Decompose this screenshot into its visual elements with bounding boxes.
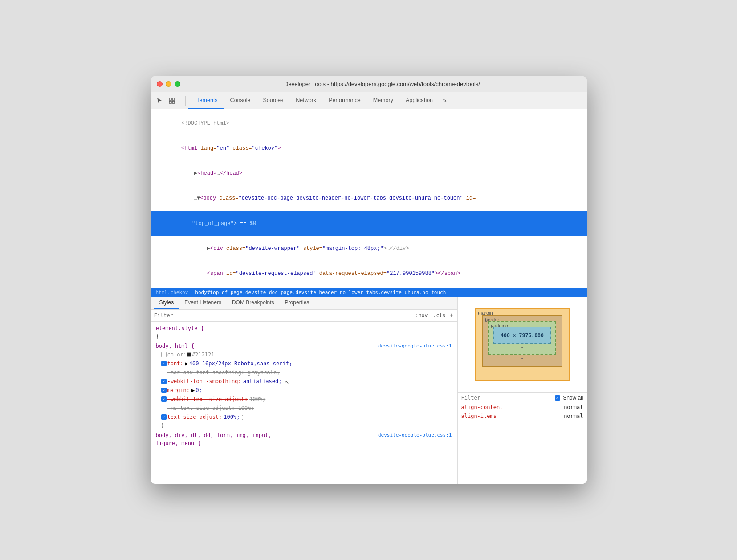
color-val: #212121; xyxy=(192,351,218,359)
body-class-val: "devsite-doc-page devsite-header-no-lowe… xyxy=(239,195,463,201)
more-tabs-button[interactable]: » xyxy=(439,92,450,109)
devtools-toolbar: Elements Console Sources Network Perform… xyxy=(151,92,587,109)
tab-elements[interactable]: Elements xyxy=(188,92,224,109)
text-size-checkbox[interactable]: ✓ xyxy=(161,414,167,420)
breadcrumb-row: html.chekov body#top_of_page.devsite-doc… xyxy=(151,288,587,297)
close-button[interactable] xyxy=(157,81,163,87)
computed-prop-0: align-content xyxy=(461,403,564,411)
font-checkbox[interactable]: ✓ xyxy=(161,361,167,366)
span-close: ></span> xyxy=(435,270,460,277)
body-div-selector2: figure, menu { xyxy=(156,439,452,447)
padding-dash-bottom: - xyxy=(493,344,551,350)
dom-line-html: <html lang="en" class="chekov"> xyxy=(151,136,587,161)
svg-rect-2 xyxy=(169,101,171,103)
selector-text: element.style { xyxy=(156,325,204,331)
css-source-1[interactable]: devsite-google-blue.css:1 xyxy=(378,342,452,350)
maximize-button[interactable] xyxy=(175,81,180,87)
svg-rect-1 xyxy=(172,98,175,100)
content-size: 400 × 7975.080 xyxy=(501,332,544,339)
tab-console[interactable]: Console xyxy=(224,92,257,109)
devtools-menu-button[interactable]: ⋮ xyxy=(573,95,583,106)
tab-sources[interactable]: Sources xyxy=(257,92,289,109)
margin-checkbox[interactable]: ✓ xyxy=(161,388,167,393)
tab-memory[interactable]: Memory xyxy=(367,92,399,109)
tab-application[interactable]: Application xyxy=(399,92,439,109)
styles-filter-bar: :hov .cls + xyxy=(151,310,457,322)
dom-line-body-id: "top_of_page"> == $0 xyxy=(151,211,587,236)
div-class-val: "devsite-wrapper" xyxy=(245,245,300,252)
color-prop: color: xyxy=(167,351,187,359)
element-style-selector: element.style { xyxy=(156,324,452,332)
cursor-icon[interactable] xyxy=(154,95,165,106)
body-class-attr: class= xyxy=(219,195,238,201)
div-style-val: "margin-top: 48px;" xyxy=(322,245,383,252)
show-all-checkbox[interactable]: ✓ xyxy=(555,395,560,401)
body-div-selector-line: body, div, dl, dd, form, img, input, dev… xyxy=(156,431,452,439)
font-prop: font: xyxy=(167,360,183,368)
devtools-tabs: Elements Console Sources Network Perform… xyxy=(188,92,567,109)
breadcrumb-node[interactable]: html.chekov xyxy=(156,290,188,295)
hov-button[interactable]: :hov xyxy=(414,312,429,319)
webkit-text-checkbox[interactable]: ✓ xyxy=(161,396,167,402)
webkit-font-checkbox[interactable]: ✓ xyxy=(161,379,167,384)
css-source-2[interactable]: devsite-google-blue.css:1 xyxy=(378,431,452,439)
titlebar: Developer Tools - https://developers.goo… xyxy=(151,76,587,92)
css-text-size-line: ✓ text-size-adjust: 100%; ⋮ xyxy=(156,413,452,421)
css-ms-text-line: -ms-text-size-adjust: 100%; xyxy=(156,404,452,413)
color-swatch[interactable] xyxy=(187,352,191,357)
lang-attr: lang= xyxy=(200,145,216,151)
dom-line-head: ▶<head>…</head> xyxy=(151,161,587,186)
div-style-attr: style= xyxy=(300,245,322,252)
devtools-window: Developer Tools - https://developers.goo… xyxy=(151,76,587,484)
computed-list: align-content normal align-items normal xyxy=(458,403,587,484)
subtab-properties[interactable]: Properties xyxy=(280,297,315,309)
box-model-panel: margin - border - padding - 400 × 7975.0… xyxy=(458,297,587,484)
border-dash-bottom: - xyxy=(488,355,556,360)
html-tag: <html xyxy=(181,145,200,151)
window-title: Developer Tools - https://developers.goo… xyxy=(184,81,581,87)
cls-button[interactable]: .cls xyxy=(432,312,447,319)
box-model-visual: margin - border - padding - 400 × 7975.0… xyxy=(458,297,587,392)
body-div-rule: body, div, dl, dd, form, img, input, dev… xyxy=(151,430,457,448)
head-tag: <head> xyxy=(197,170,216,176)
dom-line-doctype: <!DOCTYPE html> xyxy=(151,111,587,136)
computed-filter: ✓ Show all xyxy=(458,392,587,403)
tab-performance[interactable]: Performance xyxy=(322,92,367,109)
add-style-button[interactable]: + xyxy=(449,311,453,319)
inspect-icon[interactable] xyxy=(167,95,177,106)
html-close: > xyxy=(277,145,281,151)
div-ellipsis: >…</div> xyxy=(383,245,409,252)
div-triangle: ▶ xyxy=(207,245,210,252)
computed-filter-input[interactable] xyxy=(461,395,553,401)
head-close-tag: </head> xyxy=(220,170,242,176)
subtab-dom-breakpoints[interactable]: DOM Breakpoints xyxy=(227,297,280,309)
body-close-brace: } xyxy=(161,422,164,429)
dom-line-span: <span id="devsite-request-elapsed" data-… xyxy=(151,261,587,286)
span-data-val: "217.990159988" xyxy=(387,270,435,277)
margin-prop: margin: xyxy=(167,386,190,394)
svg-rect-0 xyxy=(169,98,171,100)
body-open: <body xyxy=(200,195,219,201)
body-html-rule: body, html { devsite-google-blue.css:1 c… xyxy=(151,341,457,430)
three-dots-icon[interactable]: ⋮ xyxy=(240,413,246,421)
text-size-prop: text-size-adjust: xyxy=(167,413,222,421)
filter-actions: :hov .cls + xyxy=(414,311,454,319)
toolbar-end-divider xyxy=(570,96,570,106)
eq-sign: > == xyxy=(234,221,250,227)
subtab-event-listeners[interactable]: Event Listeners xyxy=(179,297,227,309)
lang-val: "en" xyxy=(216,145,229,151)
subtab-styles[interactable]: Styles xyxy=(154,297,179,309)
div-open: <div xyxy=(210,245,226,252)
tab-network[interactable]: Network xyxy=(289,92,322,109)
color-checkbox[interactable] xyxy=(161,352,167,357)
minimize-button[interactable] xyxy=(166,81,171,87)
body-div-selector: body, div, dl, dd, form, img, input, xyxy=(156,432,272,438)
styles-filter-input[interactable] xyxy=(154,312,411,319)
span-open: <span xyxy=(207,270,226,277)
toolbar-end: ⋮ xyxy=(567,95,583,106)
head-ellipsis: … xyxy=(216,170,220,176)
webkit-font-prop: -webkit-font-smoothing: xyxy=(167,377,241,385)
margin-box: margin - border - padding - 400 × 7975.0… xyxy=(475,308,570,381)
top-of-page-val: "top_of_page" xyxy=(192,221,234,227)
span-data-attr: data-request-elapsed= xyxy=(316,270,387,277)
